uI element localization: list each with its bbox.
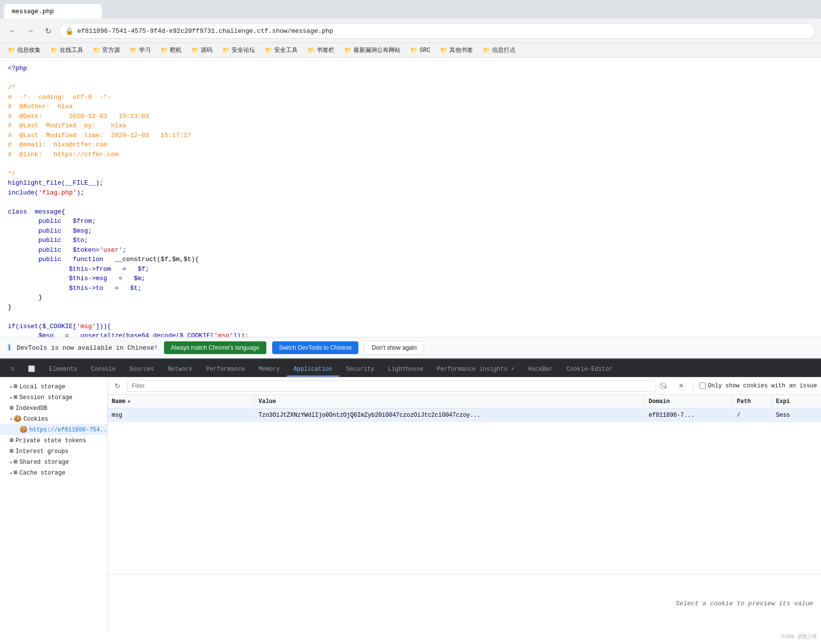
code-line: if(isset($_COOKIE['msg'])){ (8, 322, 813, 332)
address-bar[interactable]: 🔒 ef811896-7541-4575-9f4d-e92c20ff9731.c… (59, 23, 815, 39)
code-line (8, 159, 813, 169)
back-button[interactable]: ← (6, 24, 20, 38)
bookmark-item[interactable]: 📁 学习 (126, 45, 155, 55)
switch-chinese-button[interactable]: Switch DevTools to Chinese (272, 341, 359, 354)
match-language-button[interactable]: Always match Chrome's language (164, 341, 266, 354)
refresh-button[interactable]: ↻ (112, 380, 123, 392)
code-line: /* (8, 83, 813, 93)
devtools-sidebar: ▸⊞Local storage ▸⊞Session storage ⊞Index… (0, 377, 108, 633)
table-header: Name ▲ Value Domain Path Expi (108, 395, 821, 408)
tab-security[interactable]: Security (339, 363, 381, 377)
devtools-notification: ℹ DevTools is now available in Chinese! … (0, 337, 821, 358)
issues-label: Only show cookies with an issue (708, 382, 817, 389)
active-tab[interactable]: message.php (4, 4, 102, 19)
storage-section: ▸⊞Local storage ▸⊞Session storage ⊞Index… (0, 379, 107, 480)
tab-title: message.php (12, 8, 54, 15)
bookmark-item[interactable]: 📁 信息打点 (479, 45, 519, 55)
code-line (8, 197, 813, 207)
code-line: # @Author: hlxa (8, 102, 813, 112)
bookmark-item[interactable]: 📁 靶机 (157, 45, 186, 55)
th-name[interactable]: Name ▲ (108, 395, 255, 408)
bookmark-item[interactable]: 📁 信息收集 (4, 45, 45, 55)
sidebar-item-cache-storage[interactable]: ▸⊞Cache storage (0, 467, 107, 478)
navigation-bar: ← → ↻ 🔒 ef811896-7541-4575-9f4d-e92c20ff… (0, 19, 821, 43)
clear-all-button[interactable]: ⃠ₓ (660, 380, 672, 392)
tab-elements[interactable]: Elements (42, 363, 84, 377)
sidebar-item-indexeddb[interactable]: ⊞IndexedDB (0, 403, 107, 413)
th-path[interactable]: Path (733, 395, 772, 408)
bookmark-item[interactable]: 📁 在线工具 (47, 45, 87, 55)
code-line: <?php (8, 64, 813, 73)
tab-hackbar[interactable]: HackBar (521, 363, 560, 377)
th-value[interactable]: Value (255, 395, 645, 408)
bookmark-item[interactable]: 📁 其他书签 (436, 45, 477, 55)
bookmark-item[interactable]: 📁 安全论坛 (218, 45, 259, 55)
delete-selected-button[interactable]: ✕ (676, 380, 687, 392)
tab-menu[interactable]: ≡ (4, 363, 21, 377)
devtools-body: ▸⊞Local storage ▸⊞Session storage ⊞Index… (0, 377, 821, 633)
th-expires[interactable]: Expi (772, 395, 821, 408)
db-icon: ⊞ (10, 405, 14, 412)
tab-application[interactable]: Application (287, 363, 339, 377)
filter-input[interactable] (127, 380, 656, 392)
table-row[interactable]: msg Tzo3OiJtZXNzYWdlIjo0OntzOjQ6ImZyb20i… (108, 408, 821, 422)
cookies-table: Name ▲ Value Domain Path Expi (108, 395, 821, 574)
bookmark-item[interactable]: 📁 最新漏洞公布网站 (340, 45, 404, 55)
sidebar-item-local-storage[interactable]: ▸⊞Local storage (0, 381, 107, 392)
lock-icon: 🔒 (65, 27, 73, 35)
issues-checkbox[interactable] (700, 382, 706, 389)
bookmark-item[interactable]: 📁 SRC (406, 46, 434, 55)
code-line: $this->to = $t; (8, 284, 813, 293)
db-icon: ⊞ (14, 469, 18, 477)
reload-button[interactable]: ↻ (41, 24, 55, 38)
td-domain: ef811896-7... (645, 408, 733, 422)
db-icon: ⊞ (14, 394, 18, 401)
issues-checkbox-label[interactable]: Only show cookies with an issue (700, 382, 817, 389)
sidebar-item-shared-storage[interactable]: ▸⊞Shared storage (0, 456, 107, 467)
tab-performance[interactable]: Performance (199, 363, 252, 377)
expand-icon: ▸ (10, 460, 13, 465)
sidebar-item-interest-groups[interactable]: ⊞Interest groups (0, 446, 107, 456)
info-icon: ℹ (8, 343, 11, 353)
code-line (8, 312, 813, 322)
sidebar-item-session-storage[interactable]: ▸⊞Session storage (0, 392, 107, 403)
db-icon: ⊞ (10, 437, 14, 444)
th-domain[interactable]: Domain (645, 395, 733, 408)
sort-icon: ▲ (128, 399, 131, 404)
tab-network[interactable]: Network (161, 363, 199, 377)
cookie-icon: 🍪 (20, 426, 27, 433)
browser-chrome: message.php ← → ↻ 🔒 ef811896-7541-4575-9… (0, 0, 821, 43)
code-line: # @link: https://ctfer.com (8, 150, 813, 160)
tab-performance-insights[interactable]: Performance insights ⚡ (430, 362, 521, 377)
code-line (8, 73, 813, 83)
notification-text: DevTools is now available in Chinese! (17, 344, 158, 352)
expand-icon: ▾ (10, 417, 13, 422)
sidebar-item-private-state-tokens[interactable]: ⊞Private state tokens (0, 435, 107, 446)
code-line: class message{ (8, 207, 813, 217)
bookmark-item[interactable]: 📁 源码 (188, 45, 216, 55)
td-path: / (733, 408, 772, 422)
code-line: # -*- coding: utf-8 -*- (8, 93, 813, 102)
tab-console[interactable]: Console (84, 363, 122, 377)
url-text: ef811896-7541-4575-9f4d-e92c20ff9731.cha… (77, 27, 333, 35)
bookmark-item[interactable]: 📁 官方源 (89, 45, 124, 55)
cookies-toolbar: ↻ ⃠ₓ ✕ Only show cookies with an issue (108, 377, 821, 395)
sidebar-item-cookies[interactable]: ▾🍪Cookies (0, 413, 107, 424)
preview-text: Select a cookie to preview its value (676, 600, 813, 607)
tab-cookie-editor[interactable]: Cookie-Editor (560, 363, 619, 377)
dont-show-button[interactable]: Don't show again (364, 341, 424, 355)
tab-memory[interactable]: Memory (252, 363, 286, 377)
forward-button[interactable]: → (23, 24, 37, 38)
code-line: public $from; (8, 216, 813, 226)
sidebar-item-cookies-url[interactable]: 🍪https://ef811896-754... (0, 424, 107, 435)
tab-inspect[interactable]: ⬜ (21, 362, 42, 377)
tab-bar: message.php (0, 0, 821, 19)
db-icon: ⊞ (14, 383, 18, 390)
watermark: CSDN @强少张 (781, 633, 817, 640)
tab-sources[interactable]: Sources (122, 363, 161, 377)
bookmark-item[interactable]: 📁 书签栏 (304, 45, 338, 55)
code-line: } (8, 303, 813, 312)
tab-lighthouse[interactable]: Lighthouse (381, 363, 430, 377)
code-line: public $msg; (8, 226, 813, 236)
bookmark-item[interactable]: 📁 安全工具 (261, 45, 302, 55)
